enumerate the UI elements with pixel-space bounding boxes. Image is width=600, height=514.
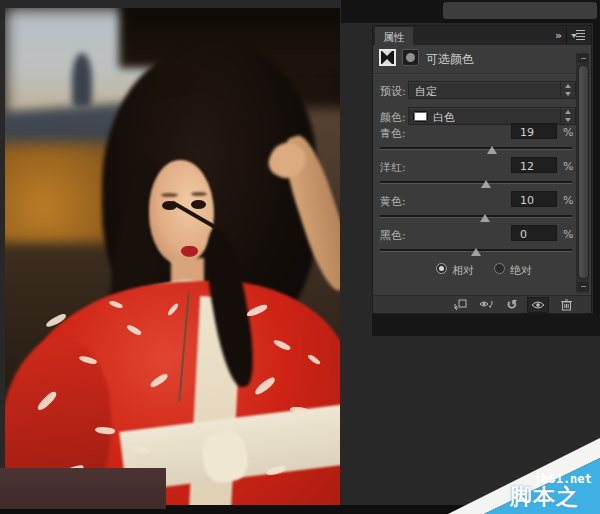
- black-unit: %: [563, 228, 573, 241]
- scrollbar-thumb[interactable]: [578, 65, 589, 279]
- delete-trash-icon[interactable]: [555, 297, 577, 313]
- magenta-slider-thumb[interactable]: [481, 180, 491, 188]
- relative-label[interactable]: 相对: [452, 263, 474, 278]
- cyan-unit: %: [563, 126, 573, 139]
- photo-hair-bun: [152, 58, 192, 98]
- photo-lips: [181, 246, 198, 257]
- floating-bar[interactable]: [443, 2, 597, 19]
- yellow-label: 黄色:: [380, 194, 406, 209]
- scroll-down-button[interactable]: [578, 282, 589, 291]
- canvas-dark-rightedge: [593, 0, 600, 336]
- black-label: 黑色:: [380, 228, 406, 243]
- photo-right-eye: [191, 200, 206, 209]
- cyan-value-field[interactable]: 19: [511, 123, 557, 139]
- black-slider-thumb[interactable]: [471, 248, 481, 256]
- cyan-slider-thumb[interactable]: [487, 146, 497, 154]
- relative-radio[interactable]: [436, 263, 447, 274]
- adjustment-title-row: 可选颜色: [373, 46, 591, 72]
- magenta-slider-track[interactable]: [380, 181, 572, 183]
- panel-toolbar: ↺: [373, 295, 591, 313]
- redaction-box: [0, 468, 166, 509]
- preset-label: 预设:: [380, 84, 406, 99]
- canvas-dark-belowpanel: [372, 314, 600, 336]
- magenta-label: 洋红:: [380, 160, 406, 175]
- scroll-up-button[interactable]: [578, 54, 589, 63]
- preset-value: 自定: [415, 84, 437, 99]
- yellow-slider-track[interactable]: [380, 215, 572, 217]
- yellow-slider-thumb[interactable]: [480, 214, 490, 222]
- tab-properties[interactable]: 属性: [375, 27, 413, 45]
- magenta-value-field[interactable]: 12: [511, 157, 557, 173]
- absolute-radio[interactable]: [494, 263, 505, 274]
- photo-roof-finial: [72, 53, 92, 108]
- selective-color-icon[interactable]: [379, 49, 396, 66]
- title-divider: [373, 73, 591, 74]
- watermark-brand: 脚本之家: [510, 482, 600, 514]
- cyan-label: 青色:: [380, 126, 406, 141]
- watermark: jb51.net 脚本之家: [430, 425, 600, 514]
- yellow-unit: %: [563, 194, 573, 207]
- black-value-field[interactable]: 0: [511, 225, 557, 241]
- layer-mask-icon[interactable]: [402, 49, 419, 66]
- properties-panel: 属性 » 可选颜色 预设: 自定 颜色: 白色 青色:: [372, 25, 592, 314]
- up-down-arrows-icon[interactable]: [560, 82, 575, 98]
- photo-left-brow: [161, 193, 178, 197]
- header-divider: [566, 28, 567, 43]
- panel-menu-icon[interactable]: [571, 29, 587, 41]
- view-previous-state-icon[interactable]: [475, 297, 497, 313]
- portrait-photo: [5, 8, 340, 507]
- absolute-label[interactable]: 绝对: [510, 263, 532, 278]
- yellow-value-field[interactable]: 10: [511, 191, 557, 207]
- color-label: 颜色:: [380, 110, 406, 125]
- color-value: 白色: [433, 110, 455, 125]
- color-swatch: [413, 111, 428, 122]
- photoshop-workspace: jb51.net 脚本之家 属性 » 可选颜色 预设: 自定 颜色: 白色: [0, 0, 600, 514]
- cyan-slider-track[interactable]: [380, 147, 572, 149]
- preset-dropdown[interactable]: 自定: [408, 81, 576, 99]
- magenta-unit: %: [563, 160, 573, 173]
- black-slider-track[interactable]: [380, 249, 572, 251]
- adjustment-title: 可选颜色: [426, 51, 474, 68]
- panel-scrollbar: [576, 53, 589, 293]
- clip-to-layer-icon[interactable]: [449, 297, 471, 313]
- collapse-panel-icon[interactable]: »: [555, 29, 561, 42]
- up-down-arrows-icon[interactable]: [560, 108, 575, 124]
- visibility-eye-icon[interactable]: [527, 297, 549, 313]
- panel-header: 属性 »: [373, 26, 591, 45]
- reset-icon[interactable]: ↺: [501, 297, 523, 313]
